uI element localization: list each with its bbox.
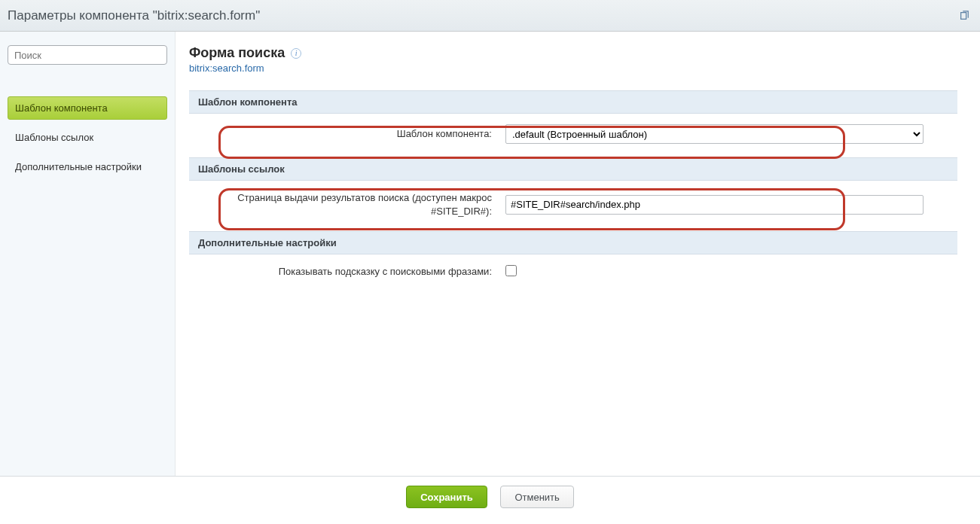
- sidebar-item-link-templates[interactable]: Шаблоны ссылок: [8, 126, 167, 149]
- show-hint-checkbox[interactable]: [505, 265, 517, 276]
- results-page-input[interactable]: [505, 195, 924, 215]
- field-label-show-hint: Показывать подсказку с поисковыми фразам…: [198, 265, 492, 279]
- field-row-results-page: Страница выдачи результатов поиска (дост…: [198, 191, 948, 218]
- component-code: bitrix:search.form: [189, 62, 957, 74]
- sidebar-item-template[interactable]: Шаблон компонента: [8, 96, 167, 120]
- field-row-show-hint: Показывать подсказку с поисковыми фразам…: [198, 265, 948, 279]
- window-title: Параметры компонента "bitrix:search.form…: [8, 8, 260, 23]
- field-label-template: Шаблон компонента:: [198, 127, 492, 141]
- footer: Сохранить Отменить: [0, 476, 980, 517]
- sidebar-nav: Шаблон компонента Шаблоны ссылок Дополни…: [8, 96, 167, 178]
- info-icon[interactable]: i: [291, 48, 301, 59]
- copy-icon[interactable]: [959, 11, 969, 21]
- section-heading-link-templates: Шаблоны ссылок: [189, 157, 957, 181]
- main-panel: Форма поиска i bitrix:search.form Шаблон…: [176, 32, 980, 476]
- save-button[interactable]: Сохранить: [406, 486, 487, 508]
- sidebar-search-input[interactable]: [8, 45, 167, 65]
- sidebar-item-extra-settings[interactable]: Дополнительные настройки: [8, 155, 167, 178]
- cancel-button[interactable]: Отменить: [500, 486, 573, 508]
- title-bar: Параметры компонента "bitrix:search.form…: [0, 0, 980, 32]
- section-heading-extra: Дополнительные настройки: [189, 231, 957, 254]
- field-label-results-page: Страница выдачи результатов поиска (дост…: [198, 191, 492, 218]
- section-heading-template: Шаблон компонента: [189, 90, 957, 114]
- sidebar: Шаблон компонента Шаблоны ссылок Дополни…: [0, 32, 176, 476]
- template-select[interactable]: .default (Встроенный шаблон): [505, 124, 924, 144]
- field-row-template: Шаблон компонента: .default (Встроенный …: [198, 124, 948, 144]
- page-title: Форма поиска: [189, 45, 285, 61]
- svg-rect-0: [961, 12, 966, 19]
